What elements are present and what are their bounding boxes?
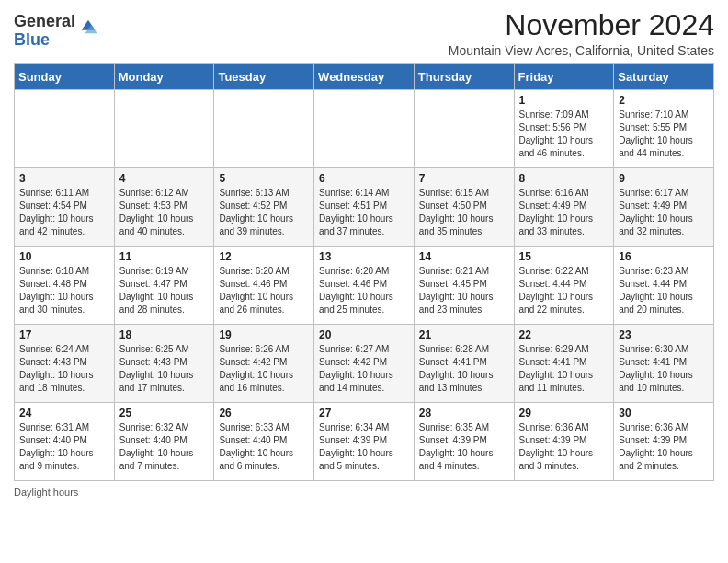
calendar-cell: 22Sunrise: 6:29 AM Sunset: 4:41 PM Dayli… — [514, 325, 614, 403]
calendar-header-monday: Monday — [114, 64, 214, 90]
calendar-week-row: 1Sunrise: 7:09 AM Sunset: 5:56 PM Daylig… — [15, 90, 714, 168]
calendar-header-row: SundayMondayTuesdayWednesdayThursdayFrid… — [15, 64, 714, 90]
calendar-cell: 18Sunrise: 6:25 AM Sunset: 4:43 PM Dayli… — [114, 325, 214, 403]
calendar-header-friday: Friday — [514, 64, 614, 90]
calendar-week-row: 3Sunrise: 6:11 AM Sunset: 4:54 PM Daylig… — [15, 168, 714, 247]
calendar-header-tuesday: Tuesday — [214, 64, 314, 90]
day-info: Sunrise: 6:11 AM Sunset: 4:54 PM Dayligh… — [19, 187, 109, 238]
day-number: 13 — [319, 250, 409, 263]
day-info: Sunrise: 6:12 AM Sunset: 4:53 PM Dayligh… — [119, 187, 210, 238]
day-number: 1 — [519, 94, 609, 107]
day-info: Sunrise: 6:33 AM Sunset: 4:40 PM Dayligh… — [219, 421, 309, 473]
day-number: 25 — [119, 407, 210, 419]
day-info: Sunrise: 6:29 AM Sunset: 4:41 PM Dayligh… — [519, 343, 609, 395]
footer-note: Daylight hours — [14, 487, 714, 498]
day-number: 15 — [519, 250, 609, 263]
page-header: General Blue November 2024 Mountain View… — [14, 9, 714, 58]
day-info: Sunrise: 6:28 AM Sunset: 4:41 PM Dayligh… — [419, 343, 509, 395]
day-number: 2 — [619, 94, 709, 107]
calendar-header-thursday: Thursday — [414, 64, 514, 90]
calendar-cell: 11Sunrise: 6:19 AM Sunset: 4:47 PM Dayli… — [114, 247, 214, 325]
calendar-cell: 2Sunrise: 7:10 AM Sunset: 5:55 PM Daylig… — [614, 90, 714, 168]
day-number: 3 — [19, 172, 109, 185]
logo-icon — [78, 17, 98, 37]
month-title: November 2024 — [449, 9, 714, 41]
day-number: 14 — [419, 250, 509, 263]
calendar-cell: 13Sunrise: 6:20 AM Sunset: 4:46 PM Dayli… — [314, 247, 415, 325]
calendar-cell: 19Sunrise: 6:26 AM Sunset: 4:42 PM Dayli… — [214, 325, 314, 403]
calendar-cell: 1Sunrise: 7:09 AM Sunset: 5:56 PM Daylig… — [514, 90, 614, 168]
calendar-cell: 26Sunrise: 6:33 AM Sunset: 4:40 PM Dayli… — [214, 403, 314, 481]
location-title: Mountain View Acres, California, United … — [449, 43, 714, 58]
calendar-cell: 27Sunrise: 6:34 AM Sunset: 4:39 PM Dayli… — [314, 403, 415, 481]
calendar-header-wednesday: Wednesday — [314, 64, 415, 90]
calendar-cell — [114, 90, 214, 168]
calendar-cell: 25Sunrise: 6:32 AM Sunset: 4:40 PM Dayli… — [114, 403, 214, 481]
calendar-cell: 15Sunrise: 6:22 AM Sunset: 4:44 PM Dayli… — [514, 247, 614, 325]
day-info: Sunrise: 6:17 AM Sunset: 4:49 PM Dayligh… — [619, 187, 709, 238]
day-number: 9 — [619, 172, 709, 185]
calendar-cell: 24Sunrise: 6:31 AM Sunset: 4:40 PM Dayli… — [15, 403, 115, 481]
day-number: 21 — [419, 328, 509, 341]
calendar-cell: 9Sunrise: 6:17 AM Sunset: 4:49 PM Daylig… — [614, 168, 714, 247]
day-info: Sunrise: 6:36 AM Sunset: 4:39 PM Dayligh… — [619, 421, 709, 473]
logo-blue: Blue — [14, 30, 50, 49]
day-number: 12 — [219, 250, 309, 263]
day-info: Sunrise: 6:19 AM Sunset: 4:47 PM Dayligh… — [119, 265, 210, 316]
calendar-cell: 6Sunrise: 6:14 AM Sunset: 4:51 PM Daylig… — [314, 168, 415, 247]
day-number: 5 — [219, 172, 309, 185]
calendar-cell — [314, 90, 415, 168]
day-number: 4 — [119, 172, 210, 185]
calendar-cell: 4Sunrise: 6:12 AM Sunset: 4:53 PM Daylig… — [114, 168, 214, 247]
day-info: Sunrise: 6:22 AM Sunset: 4:44 PM Dayligh… — [519, 265, 609, 316]
day-number: 11 — [119, 250, 210, 263]
logo-general: General — [14, 12, 75, 30]
day-info: Sunrise: 6:34 AM Sunset: 4:39 PM Dayligh… — [319, 421, 409, 473]
calendar-header-sunday: Sunday — [15, 64, 115, 90]
day-number: 28 — [419, 407, 509, 419]
day-number: 16 — [619, 250, 709, 263]
day-info: Sunrise: 6:14 AM Sunset: 4:51 PM Dayligh… — [319, 187, 409, 238]
day-info: Sunrise: 6:32 AM Sunset: 4:40 PM Dayligh… — [119, 421, 210, 473]
calendar-cell: 12Sunrise: 6:20 AM Sunset: 4:46 PM Dayli… — [214, 247, 314, 325]
calendar-table: SundayMondayTuesdayWednesdayThursdayFrid… — [14, 63, 714, 481]
calendar-cell: 5Sunrise: 6:13 AM Sunset: 4:52 PM Daylig… — [214, 168, 314, 247]
day-number: 23 — [619, 328, 709, 341]
day-number: 17 — [19, 328, 109, 341]
day-number: 22 — [519, 328, 609, 341]
day-number: 27 — [319, 407, 409, 419]
day-info: Sunrise: 6:23 AM Sunset: 4:44 PM Dayligh… — [619, 265, 709, 316]
calendar-cell: 21Sunrise: 6:28 AM Sunset: 4:41 PM Dayli… — [414, 325, 514, 403]
day-info: Sunrise: 7:09 AM Sunset: 5:56 PM Dayligh… — [519, 109, 609, 160]
calendar-cell: 20Sunrise: 6:27 AM Sunset: 4:42 PM Dayli… — [314, 325, 415, 403]
calendar-cell: 16Sunrise: 6:23 AM Sunset: 4:44 PM Dayli… — [614, 247, 714, 325]
day-number: 20 — [319, 328, 409, 341]
day-number: 8 — [519, 172, 609, 185]
calendar-week-row: 24Sunrise: 6:31 AM Sunset: 4:40 PM Dayli… — [15, 403, 714, 481]
calendar-cell: 29Sunrise: 6:36 AM Sunset: 4:39 PM Dayli… — [514, 403, 614, 481]
day-info: Sunrise: 6:16 AM Sunset: 4:49 PM Dayligh… — [519, 187, 609, 238]
day-number: 7 — [419, 172, 509, 185]
day-info: Sunrise: 7:10 AM Sunset: 5:55 PM Dayligh… — [619, 109, 709, 160]
calendar-week-row: 17Sunrise: 6:24 AM Sunset: 4:43 PM Dayli… — [15, 325, 714, 403]
day-number: 10 — [19, 250, 109, 263]
calendar-cell: 7Sunrise: 6:15 AM Sunset: 4:50 PM Daylig… — [414, 168, 514, 247]
day-number: 30 — [619, 407, 709, 419]
day-number: 24 — [19, 407, 109, 419]
day-info: Sunrise: 6:31 AM Sunset: 4:40 PM Dayligh… — [19, 421, 109, 473]
day-info: Sunrise: 6:24 AM Sunset: 4:43 PM Dayligh… — [19, 343, 109, 395]
calendar-cell: 17Sunrise: 6:24 AM Sunset: 4:43 PM Dayli… — [15, 325, 115, 403]
calendar-week-row: 10Sunrise: 6:18 AM Sunset: 4:48 PM Dayli… — [15, 247, 714, 325]
day-number: 29 — [519, 407, 609, 419]
calendar-cell: 23Sunrise: 6:30 AM Sunset: 4:41 PM Dayli… — [614, 325, 714, 403]
calendar-header-saturday: Saturday — [614, 64, 714, 90]
day-number: 26 — [219, 407, 309, 419]
title-block: November 2024 Mountain View Acres, Calif… — [449, 9, 714, 58]
day-info: Sunrise: 6:20 AM Sunset: 4:46 PM Dayligh… — [319, 265, 409, 316]
calendar-cell: 14Sunrise: 6:21 AM Sunset: 4:45 PM Dayli… — [414, 247, 514, 325]
day-info: Sunrise: 6:20 AM Sunset: 4:46 PM Dayligh… — [219, 265, 309, 316]
day-info: Sunrise: 6:15 AM Sunset: 4:50 PM Dayligh… — [419, 187, 509, 238]
day-info: Sunrise: 6:18 AM Sunset: 4:48 PM Dayligh… — [19, 265, 109, 316]
calendar-cell — [214, 90, 314, 168]
day-number: 6 — [319, 172, 409, 185]
